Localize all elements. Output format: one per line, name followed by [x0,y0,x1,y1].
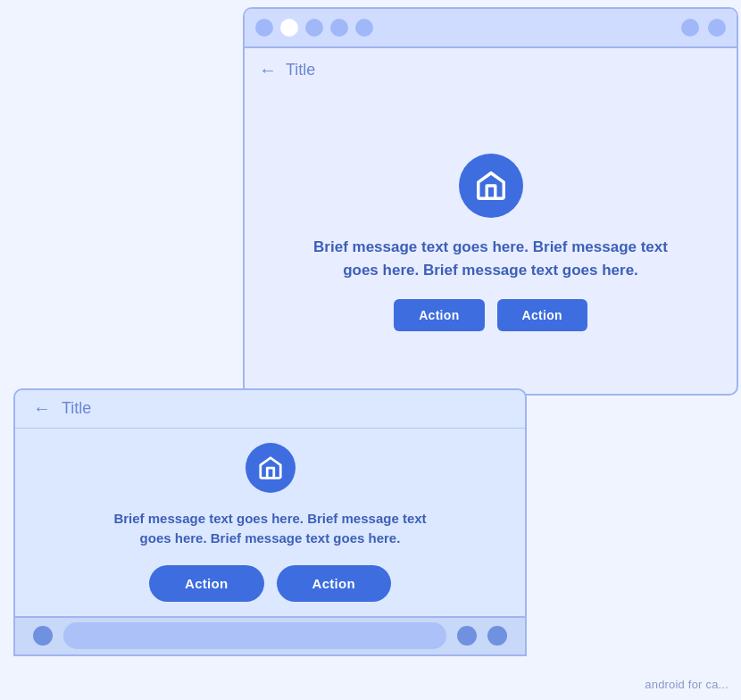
title-bar-right-dots [681,19,726,37]
watermark: android for ca... [645,678,729,691]
back-action-btn-1[interactable]: Action [394,299,484,331]
dot-1 [255,19,273,37]
dot-r1 [681,19,699,37]
back-app-title: Title [286,61,315,79]
front-window-content: Brief message text goes here. Brief mess… [15,429,525,616]
dot-2 [280,19,298,37]
back-message-text: Brief message text goes here. Brief mess… [312,236,670,281]
back-window-title-bar [245,9,737,48]
front-app-title: Title [62,399,91,418]
nav-bar-pill [63,622,446,649]
nav-dot-1 [33,626,53,646]
nav-dot-2 [457,626,477,646]
back-icon-circle [459,154,523,218]
front-action-btn-2[interactable]: Action [277,565,391,602]
back-arrow-icon[interactable]: ← [259,60,277,80]
back-action-buttons: Action Action [394,299,587,331]
front-nav-bar [15,616,525,654]
dot-r2 [708,19,726,37]
dot-4 [330,19,348,37]
back-app-bar: ← Title [245,48,737,91]
front-window: ← Title Brief message text goes here. Br… [13,388,527,656]
back-action-btn-2[interactable]: Action [497,299,587,331]
nav-dot-3 [487,626,507,646]
front-action-btn-1[interactable]: Action [149,565,263,602]
front-back-arrow-icon[interactable]: ← [33,398,51,419]
dot-3 [305,19,323,37]
back-window-content: Brief message text goes here. Brief mess… [245,91,737,394]
front-action-buttons: Action Action [149,565,391,602]
front-icon-circle [246,443,296,493]
front-app-bar: ← Title [15,390,525,429]
dot-5 [355,19,373,37]
front-message-text: Brief message text goes here. Brief mess… [110,509,431,549]
title-bar-dots [255,19,373,37]
back-window: ← Title Brief message text goes here. Br… [243,7,738,396]
